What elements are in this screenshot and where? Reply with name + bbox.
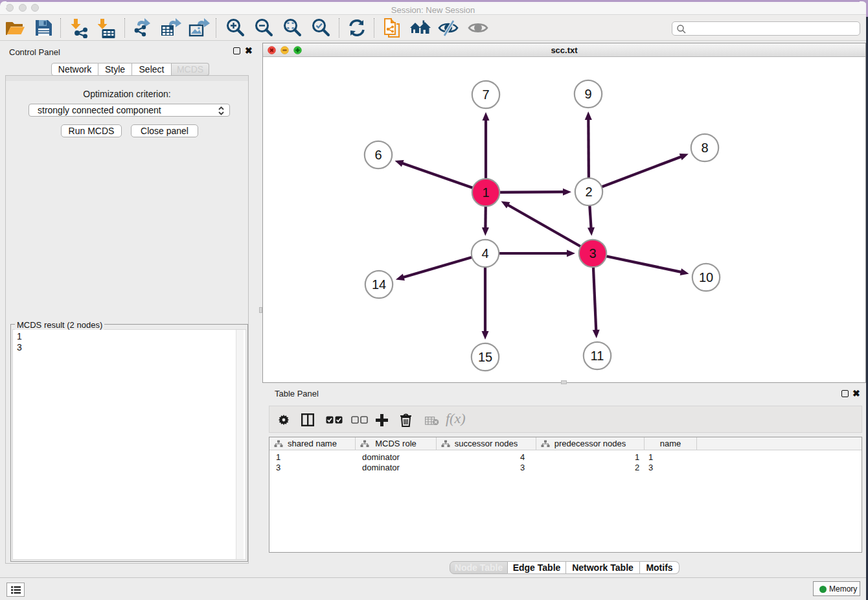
- svg-text:3: 3: [589, 246, 596, 260]
- svg-text:9: 9: [584, 87, 591, 101]
- svg-text:8: 8: [701, 141, 708, 155]
- svg-text:1: 1: [482, 185, 489, 200]
- svg-text:10: 10: [699, 270, 713, 284]
- svg-text:4: 4: [481, 246, 488, 260]
- svg-text:15: 15: [478, 350, 492, 364]
- svg-text:2: 2: [585, 185, 592, 199]
- svg-text:11: 11: [591, 349, 604, 363]
- svg-text:14: 14: [372, 277, 386, 292]
- svg-text:6: 6: [374, 148, 382, 162]
- svg-text:7: 7: [482, 87, 489, 102]
